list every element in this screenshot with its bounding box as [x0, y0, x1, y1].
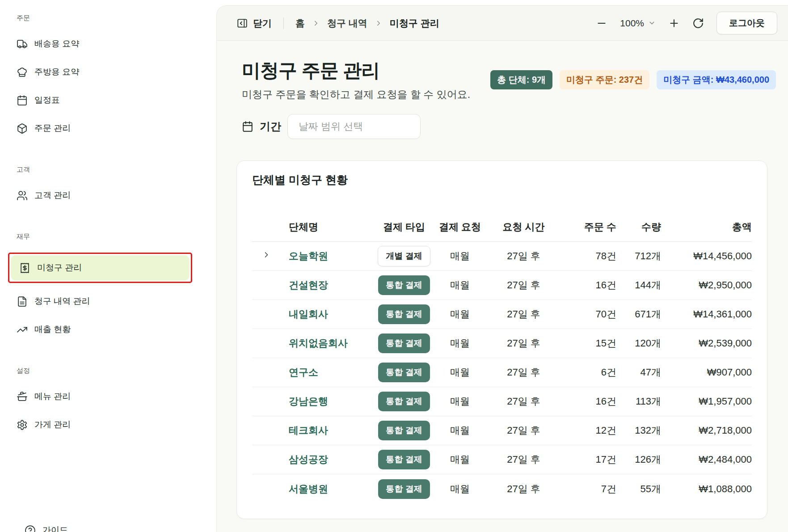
org-name-link[interactable]: 오늘학원 — [283, 249, 375, 263]
zoom-out-button[interactable] — [596, 17, 607, 29]
summary-badge: 미청구 주문: 237건 — [560, 70, 649, 89]
total-amount-cell: ₩2,950,000 — [661, 279, 752, 291]
payment-type-badge: 통합 결제 — [378, 450, 430, 469]
sidebar-item-schedule[interactable]: 일정표 — [8, 90, 192, 110]
summary-badge: 미청구 금액: ₩43,460,000 — [657, 70, 776, 89]
sidebar-item-label: 미청구 관리 — [37, 262, 82, 274]
payment-type-badge: 통합 결제 — [378, 363, 430, 382]
sidebar-item-guide[interactable]: 가이드 — [16, 520, 68, 532]
order-count-cell: 15건 — [560, 337, 616, 350]
close-sidebar-button[interactable]: 닫기 — [236, 17, 272, 30]
summary-badges: 총 단체: 9개 미청구 주문: 237건 미청구 금액: ₩43,460,00… — [490, 70, 776, 89]
breadcrumb: 홈 청구 내역 미청구 관리 — [295, 17, 439, 30]
request-time-cell: 27일 후 — [487, 249, 560, 263]
sidebar-item-customer-management[interactable]: 고객 관리 — [8, 186, 192, 205]
sidebar-item-delivery-summary[interactable]: 배송용 요약 — [8, 34, 192, 54]
quantity-cell: 47개 — [616, 366, 661, 379]
payment-type-cell: 통합 결제 — [375, 304, 433, 324]
breadcrumb-billing-history[interactable]: 청구 내역 — [327, 17, 367, 30]
quantity-cell: 712개 — [616, 249, 661, 263]
payment-cycle-cell: 매월 — [433, 249, 487, 263]
zoom-in-button[interactable] — [668, 17, 680, 29]
org-name-link[interactable]: 강남은행 — [283, 395, 375, 408]
table-row: 강남은행 통합 결제 매월 27일 후 16건 113개 ₩1,957,000 — [252, 387, 752, 416]
payment-type-badge: 통합 결제 — [378, 275, 430, 295]
payment-cycle-cell: 매월 — [433, 482, 487, 496]
table-header-row: 단체명 결제 타입 결제 요청 요청 시간 주문 수 수량 총액 — [252, 212, 752, 242]
topbar: 닫기 홈 청구 내역 미청구 관리 — [217, 6, 788, 41]
sidebar-section-label: 주문 — [17, 13, 216, 23]
payment-cycle-cell: 매월 — [433, 366, 487, 379]
total-amount-cell: ₩2,539,000 — [661, 338, 752, 349]
org-name-link[interactable]: 연구소 — [283, 366, 375, 379]
payment-type-badge: 통합 결제 — [378, 421, 430, 440]
org-name-link[interactable]: 건설현장 — [283, 279, 375, 292]
chef-hat-icon — [17, 67, 28, 78]
refresh-icon — [692, 17, 704, 29]
org-name-link[interactable]: 내일회사 — [283, 308, 375, 321]
payment-type-cell: 개별 결제 — [375, 246, 433, 266]
breadcrumb-home[interactable]: 홈 — [295, 17, 305, 30]
row-expand-cell — [252, 483, 283, 495]
logout-button[interactable]: 로그아웃 — [716, 12, 777, 34]
request-time-cell: 27일 후 — [487, 337, 560, 350]
org-name-link[interactable]: 서울병원 — [283, 482, 375, 496]
period-filter-label: 기간 — [260, 119, 281, 134]
date-range-input[interactable] — [287, 114, 421, 139]
total-amount-cell: ₩2,484,000 — [661, 454, 752, 465]
payment-type-badge: 통합 결제 — [378, 334, 430, 353]
package-icon — [17, 123, 28, 134]
gear-icon — [17, 419, 28, 431]
chevron-right-icon — [375, 19, 383, 27]
quantity-cell: 55개 — [616, 482, 661, 496]
row-expand-cell — [252, 338, 283, 349]
org-name-link[interactable]: 삼성공장 — [283, 453, 375, 466]
chevron-right-icon[interactable] — [262, 250, 271, 259]
sidebar-item-menu-management[interactable]: 메뉴 관리 — [8, 387, 192, 406]
panel-left-close-icon — [236, 17, 248, 29]
receipt-icon — [19, 262, 30, 274]
sidebar-section-finance: 재무 미청구 관리 청구 내역 관리 — [0, 231, 216, 339]
sidebar-section-settings: 설정 메뉴 관리 가게 관리 — [0, 365, 216, 435]
refresh-button[interactable] — [692, 17, 704, 29]
file-text-icon — [17, 296, 28, 307]
card-title: 단체별 미청구 현황 — [252, 173, 752, 187]
sidebar-item-label: 청구 내역 관리 — [34, 296, 90, 307]
org-name-link[interactable]: 위치없음회사 — [283, 337, 375, 350]
payment-type-cell: 통합 결제 — [375, 275, 433, 295]
row-expand-cell — [252, 425, 283, 436]
table-body: 오늘학원 개별 결제 매월 27일 후 78건 712개 ₩14,456,000… — [252, 242, 752, 503]
help-circle-icon — [25, 525, 36, 532]
payment-cycle-cell: 매월 — [433, 453, 487, 466]
order-count-cell: 12건 — [560, 424, 616, 437]
users-icon — [17, 190, 28, 201]
payment-type-cell: 통합 결제 — [375, 363, 433, 382]
summary-badge: 총 단체: 9개 — [490, 70, 552, 89]
zoom-level-dropdown[interactable]: 100% — [620, 18, 656, 29]
col-header-org: 단체명 — [283, 220, 375, 234]
row-expand-cell — [252, 396, 283, 407]
payment-cycle-cell: 매월 — [433, 395, 487, 408]
table-row: 테크회사 통합 결제 매월 27일 후 12건 132개 ₩2,718,000 — [252, 416, 752, 445]
sidebar-item-order-management[interactable]: 주문 관리 — [8, 118, 192, 138]
sidebar-item-billing-history[interactable]: 청구 내역 관리 — [8, 291, 192, 311]
quantity-cell: 113개 — [616, 395, 661, 408]
sidebar-item-store-management[interactable]: 가게 관리 — [8, 415, 192, 435]
table-row: 내일회사 통합 결제 매월 27일 후 70건 671개 ₩14,361,000 — [252, 300, 752, 329]
payment-cycle-cell: 매월 — [433, 279, 487, 292]
calendar-icon — [17, 95, 28, 106]
col-header-payment-type: 결제 타입 — [375, 220, 433, 234]
row-expand-cell — [252, 367, 283, 378]
sidebar-item-sales-status[interactable]: 매출 현황 — [8, 320, 192, 339]
org-name-link[interactable]: 테크회사 — [283, 424, 375, 437]
quantity-cell: 671개 — [616, 308, 661, 321]
table-row: 삼성공장 통합 결제 매월 27일 후 17건 126개 ₩2,484,000 — [252, 445, 752, 474]
total-amount-cell: ₩907,000 — [661, 367, 752, 378]
payment-cycle-cell: 매월 — [433, 308, 487, 321]
request-time-cell: 27일 후 — [487, 395, 560, 408]
sidebar-footer: 가이드 — [8, 520, 92, 532]
payment-type-cell: 통합 결제 — [375, 421, 433, 440]
col-header-cycle: 결제 요청 — [433, 220, 487, 234]
sidebar-item-unbilled-management[interactable]: 미청구 관리 — [11, 255, 190, 280]
sidebar-item-kitchen-summary[interactable]: 주방용 요약 — [8, 62, 192, 82]
